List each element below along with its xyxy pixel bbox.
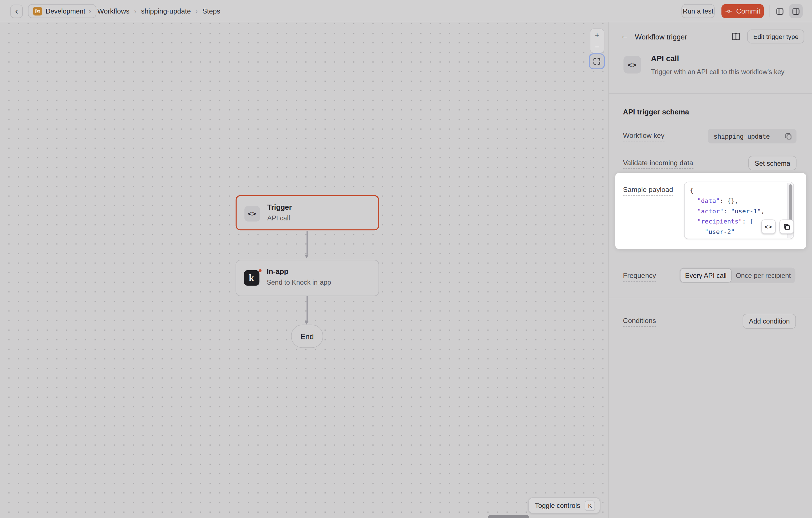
copy-icon [783,223,790,231]
toggle-right-panel-button[interactable] [789,4,803,18]
environment-name: Development [46,7,85,15]
sample-payload-editor[interactable]: { "data": {}, "actor": "user-1", "recipi… [684,182,794,239]
minus-icon: − [595,42,600,51]
left-panel-icon [776,7,784,15]
commit-button[interactable]: Commit [722,4,764,18]
section-divider [609,93,812,94]
sample-payload-label: Sample payload [623,186,673,195]
topbar-divider [770,5,770,17]
panel-title: Workflow trigger [635,33,687,41]
add-condition-button[interactable]: Add condition [743,314,796,329]
code-icon: <> [765,223,772,230]
workflow-trigger-panel: ← Workflow trigger Edit trigger type <> … [608,22,812,518]
environment-switcher[interactable]: Development › [28,4,96,18]
back-button[interactable]: ‹ [10,5,23,18]
workflow-key-value-chip: shipping-update [708,129,796,143]
trigger-node-title: Trigger [267,203,292,211]
toggle-left-panel-button[interactable] [773,4,787,18]
section-divider [609,298,812,298]
toggle-controls-button[interactable]: Toggle controls K [528,497,600,514]
chevron-right-icon: › [195,7,198,15]
breadcrumb: Workflows › shipping-update › Steps [97,0,220,22]
breadcrumb-workflow-key[interactable]: shipping-update [141,7,191,15]
right-panel-icon [792,7,800,15]
arrow-left-icon: ← [620,31,629,40]
book-icon [731,32,742,42]
schema-section-title: API trigger schema [623,108,689,116]
frequency-option-once-per-recipient[interactable]: Once per recipient [732,268,795,282]
bottom-toolbar-sliver [488,515,529,518]
breadcrumb-steps[interactable]: Steps [202,7,220,15]
docs-button[interactable] [731,31,742,42]
run-a-test-button[interactable]: Run a test [682,4,715,18]
chevron-right-icon: › [134,7,137,15]
validate-incoming-data-label: Validate incoming data [623,159,693,169]
copy-payload-button[interactable] [779,219,794,234]
app-window: ‹ Development › Workflows › shipping-upd… [0,0,812,518]
zoom-out-button[interactable]: − [590,41,604,53]
environment-folder-icon [33,7,42,16]
frequency-label: Frequency [623,272,656,281]
frequency-segmented-control: Every API call Once per recipient [679,268,795,283]
api-call-type-icon: <> [624,56,641,73]
trigger-type-title: API call [651,54,679,63]
zoom-controls: + − [590,28,604,53]
topbar: ‹ Development › Workflows › shipping-upd… [0,0,812,22]
workflow-key-label: Workflow key [623,132,665,142]
inapp-node-title: In-app [267,267,288,275]
trigger-type-description: Trigger with an API call to this workflo… [651,68,784,76]
fit-view-button[interactable] [589,53,605,69]
sample-payload-spotlight: Sample payload { "data": {}, "actor": "u… [615,173,806,249]
edit-trigger-type-button[interactable]: Edit trigger type [748,30,804,44]
frequency-option-every-api-call[interactable]: Every API call [680,268,732,282]
workflow-canvas[interactable]: + − <> Trigger API call k [0,22,608,518]
fit-view-icon [593,58,601,65]
panel-back-button[interactable]: ← [620,31,629,40]
chevron-left-icon: ‹ [15,6,18,17]
trigger-node-subtitle: API call [267,214,290,222]
copy-icon [785,132,792,140]
api-code-icon: <> [244,206,260,221]
trigger-node[interactable]: <> Trigger API call [236,195,379,230]
chevron-right-icon: › [89,8,91,14]
end-node: End [291,325,323,348]
zoom-in-button[interactable]: + [590,29,604,41]
expand-code-button[interactable]: <> [761,219,776,234]
breadcrumb-workflows[interactable]: Workflows [97,7,129,15]
knock-logo-icon: k [244,270,259,286]
copy-workflow-key-button[interactable] [785,132,792,140]
inapp-node-subtitle: Send to Knock in-app [267,278,331,286]
commit-icon [725,7,733,15]
set-schema-button[interactable]: Set schema [749,156,796,170]
plus-icon: + [595,30,600,39]
keyboard-shortcut-badge: K [585,500,596,511]
in-app-step-node[interactable]: k In-app Send to Knock in-app [236,260,379,296]
workflow-key-value: shipping-update [714,132,780,140]
edge-trigger-to-inapp [307,231,307,254]
edge-inapp-to-end [307,296,307,321]
conditions-label: Conditions [623,317,656,327]
